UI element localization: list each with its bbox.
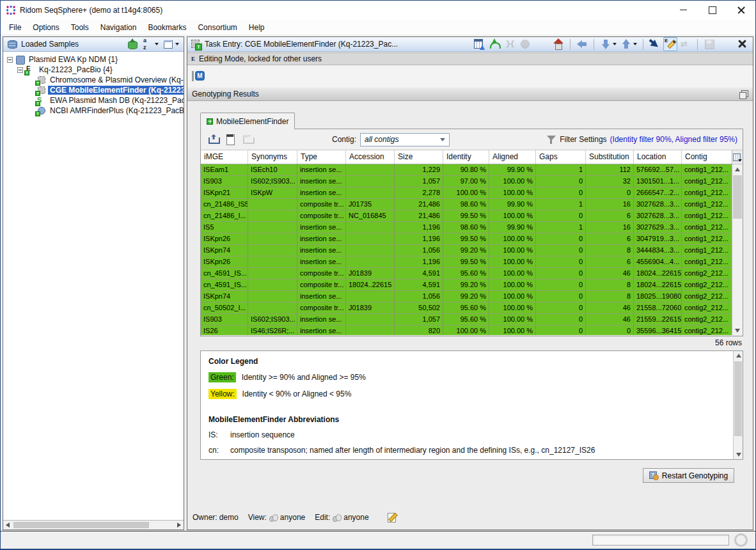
edit-permissions-icon[interactable] [386,512,398,523]
scroll-right-icon[interactable] [177,522,181,528]
app-logo-icon [6,5,16,15]
table-vertical-scrollbar[interactable] [732,150,743,335]
column-header-size[interactable]: Size [395,150,443,164]
tree-item[interactable]: ETKq-21223_PacBio {4} [3,65,184,75]
toolbar-separator [697,39,698,50]
table-row[interactable]: ISKpn26insertion se...1,19699.50 %100.00… [201,233,732,245]
back-icon[interactable] [575,37,589,51]
dropdown-caret-icon[interactable] [175,43,179,45]
scroll-left-icon[interactable] [6,522,10,528]
menu-tools[interactable]: Tools [65,22,95,33]
restart-genotyping-button[interactable]: Restart Genotyping [643,468,734,483]
column-header-type[interactable]: Type [297,150,346,164]
column-header-imge[interactable]: iMGE [201,150,248,164]
maximize-button[interactable] [698,1,727,19]
table-body: ISEam1ISEch10insertion se...1,22990.80 %… [201,164,732,335]
scroll-down-icon[interactable] [734,450,743,459]
column-header-contig[interactable]: Contig [682,150,733,164]
scroll-down-icon[interactable] [732,326,743,335]
detach-panel-icon[interactable] [738,89,748,99]
menu-options[interactable]: Options [27,22,65,33]
edit-mode-icon[interactable]: E [663,37,677,51]
table-row[interactable]: cn_50502_I...composite tr...J0183950,502… [201,302,732,314]
table-row[interactable]: IS5insertion se...1,19698.60 %99.90 %116… [201,222,732,233]
table-row[interactable]: IS903IS602;IS903...insertion se...1,0579… [201,176,732,187]
tree-horizontal-scrollbar[interactable] [3,520,184,530]
column-header-aligned[interactable]: Aligned [489,150,536,164]
table-cell [248,291,297,302]
copy-table-icon[interactable] [223,132,237,146]
column-header-substitution[interactable]: Substitution [586,150,634,164]
tab-mobileelementfinder[interactable]: MobileElementFinder [200,113,295,129]
table-cell: 95.60 % [443,268,489,279]
scroll-thumb[interactable] [733,175,742,219]
tree-item[interactable]: TChromosome & Plasmid Overview (Kq-2122 [3,75,184,85]
table-row[interactable]: cn_21486_IS5composite tr...J0173521,4869… [201,199,732,210]
table-row[interactable]: IS903IS602;IS903...insertion se...1,0579… [201,314,732,326]
column-header-accession[interactable]: Accession [346,150,395,164]
collapse-all-icon[interactable] [161,37,180,51]
table-row[interactable]: ISKpn74insertion se...1,05699.20 %100.00… [201,291,732,302]
column-chooser-button[interactable] [732,150,743,164]
tree-expander-icon[interactable] [17,67,23,73]
export-table-icon[interactable] [472,37,486,51]
tree-item[interactable]: TCGE MobileElementFinder (Kq-21223 [3,85,184,95]
owner-group: Owner: demo [193,513,239,522]
column-header-location[interactable]: Location [634,150,682,164]
owner-label: Owner: [193,513,217,522]
menu-consortium[interactable]: Consortium [192,22,242,33]
table-row[interactable]: ISKpn74insertion se...1,05699.20 %100.00… [201,245,732,256]
goto-icon[interactable] [648,37,662,51]
export-icon[interactable] [206,132,220,146]
filter-settings-label[interactable]: Filter Settings [560,135,606,144]
abbreviations-list: IS:insertion sequencecn:composite transp… [209,430,735,460]
close-icon[interactable] [736,37,750,51]
table-row[interactable]: ISKpn26insertion se...1,19699.50 %100.00… [201,256,732,268]
column-header-synonyms[interactable]: Synonyms [248,150,297,164]
task-badge-icon: T [35,81,40,86]
tree-item[interactable]: STEWA Plasmid Mash DB (Kq-21223_PacBio) [3,95,184,106]
down-arrow-icon[interactable] [599,37,618,51]
table-cell: composite tr... [297,279,346,290]
contig-select[interactable]: all contigs [360,133,450,146]
table-row[interactable]: cn_21486_I...composite tr...NC_01684521,… [201,210,732,222]
filter-icon[interactable] [546,134,556,145]
dropdown-caret-icon[interactable] [155,43,159,45]
legend-vertical-scrollbar[interactable] [733,351,743,459]
toolbar-separator [643,39,643,50]
table-row[interactable]: ISKpn21ISKpWinsertion se...2,278100.00 %… [201,187,732,199]
db-upload-icon[interactable] [125,37,139,51]
minimize-button[interactable] [669,1,698,19]
tree-expander-icon[interactable] [7,57,13,63]
table-cell: ISEam1 [201,164,248,175]
editing-mode-bar: E Editing Mode, locked for other users [187,52,753,65]
column-header-identity[interactable]: Identity [443,150,489,164]
owner-value: demo [219,513,239,522]
scroll-thumb[interactable] [734,361,742,436]
up-arrow-icon[interactable] [619,37,638,51]
table-row[interactable]: cn_4591_IS...composite tr...18024..22615… [201,279,732,291]
home-icon[interactable] [551,37,565,51]
table-cell: composite tr... [297,302,346,313]
menu-bookmarks[interactable]: Bookmarks [142,22,192,33]
menu-file[interactable]: File [3,22,27,33]
scroll-up-icon[interactable] [732,165,743,175]
table-row[interactable]: IS26IS46;IS26R;...insertion se...820100.… [201,326,732,335]
filter-settings-link[interactable]: (Identity filter 90%, Aligned filter 95%… [610,135,737,144]
scroll-thumb[interactable] [13,522,149,528]
scroll-up-icon[interactable] [734,351,743,361]
submit-icon[interactable] [487,37,501,51]
close-button[interactable] [727,1,755,19]
table-row[interactable]: cn_4591_IS...composite tr...J018394,5919… [201,268,732,279]
sort-az-icon[interactable] [141,37,160,51]
dropdown-caret-icon[interactable] [613,43,617,45]
table-row[interactable]: ISEam1ISEch10insertion se...1,22990.80 %… [201,164,732,176]
column-header-gaps[interactable]: Gaps [536,150,586,164]
tree-item[interactable]: Plasmid EWA Kp NDM {1} [3,54,184,65]
dropdown-caret-icon[interactable] [633,43,637,45]
tree-item[interactable]: TNCBI AMRFinderPlus (Kq-21223_PacBio) [3,106,184,116]
filter-group: Filter Settings (Identity filter 90%, Al… [546,134,737,145]
view-value: anyone [280,513,305,522]
menu-navigation[interactable]: Navigation [95,22,143,33]
menu-help[interactable]: Help [243,22,271,33]
